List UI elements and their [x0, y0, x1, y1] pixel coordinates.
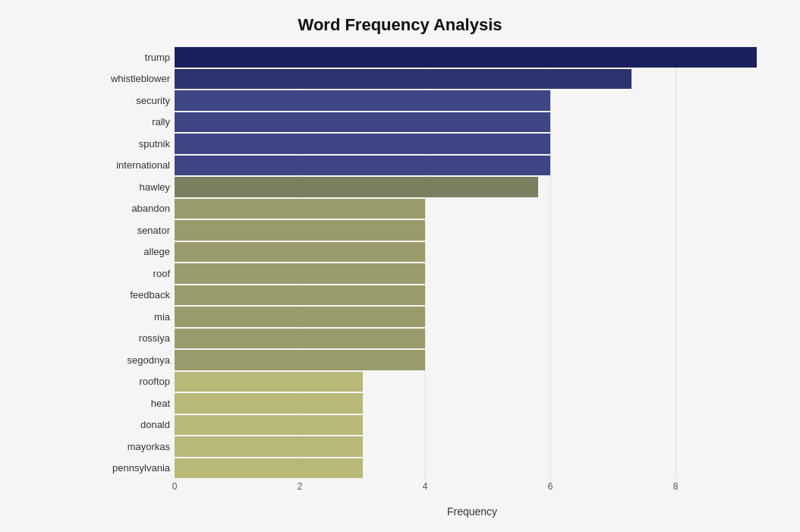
bar-row: sputnik [175, 134, 770, 154]
bar-row: mayorkas [175, 436, 770, 457]
bar-label: mayorkas [90, 441, 170, 452]
bar-fill [175, 134, 550, 154]
bar-row: rally [175, 112, 770, 133]
x-axis-container: 02468 [175, 481, 770, 504]
bar-row: feedback [175, 285, 770, 306]
bar-row: senator [175, 220, 770, 241]
bar-label: sputnik [90, 138, 170, 150]
bar-fill [175, 285, 425, 306]
bar-label: senator [90, 225, 170, 236]
bars-container: trumpwhistleblowersecurityrallysputnikin… [175, 47, 770, 478]
bar-row: whistleblower [175, 69, 770, 90]
bar-label: security [90, 95, 170, 106]
bar-row: trump [175, 47, 770, 68]
bar-row: rossiya [175, 329, 770, 349]
bar-row: allege [175, 242, 770, 263]
bar-row: segodnya [175, 350, 770, 370]
bar-row: donald [175, 415, 770, 436]
bar-label: segodnya [90, 354, 170, 366]
bar-fill [175, 199, 425, 219]
x-tick-label: 6 [548, 481, 553, 492]
x-tick-label: 4 [423, 481, 428, 492]
bar-label: mia [90, 311, 170, 323]
bar-label: rooftop [90, 376, 170, 387]
chart-container: Word Frequency Analysis trumpwhistleblow… [0, 0, 800, 532]
x-tick-label: 2 [298, 481, 303, 492]
bar-fill [175, 436, 363, 457]
bar-label: pennsylvania [90, 462, 170, 474]
x-axis-label: Frequency [175, 505, 770, 518]
bar-row: international [175, 156, 770, 176]
bar-label: roof [90, 268, 170, 279]
bar-fill [175, 307, 425, 327]
bar-row: mia [175, 307, 770, 327]
bar-fill [175, 458, 363, 479]
bar-label: whistleblower [90, 73, 170, 84]
bar-fill [175, 69, 631, 90]
bar-label: feedback [90, 289, 170, 301]
bar-fill [175, 242, 425, 263]
x-tick-label: 0 [172, 481, 178, 492]
bar-row: heat [175, 393, 770, 414]
bar-fill [175, 156, 550, 176]
bar-row: rooftop [175, 372, 770, 392]
bar-fill [175, 220, 425, 241]
bar-label: donald [90, 419, 170, 430]
chart-title: Word Frequency Analysis [30, 15, 770, 35]
bar-fill [175, 177, 538, 197]
bar-fill [175, 112, 550, 133]
bar-row: roof [175, 263, 770, 284]
bar-fill [175, 350, 425, 370]
bar-label: heat [90, 398, 170, 409]
bar-label: rally [90, 116, 170, 127]
bar-label: trump [90, 52, 170, 63]
bar-row: hawley [175, 177, 770, 197]
bar-fill [175, 263, 425, 284]
bar-fill [175, 47, 757, 68]
bar-fill [175, 415, 363, 436]
bar-fill [175, 372, 363, 392]
bar-row: abandon [175, 199, 770, 219]
bar-label: international [90, 159, 170, 171]
bar-label: allege [90, 246, 170, 257]
bar-fill [175, 329, 425, 349]
bar-row: security [175, 90, 770, 111]
bar-label: rossiya [90, 332, 170, 344]
bar-fill [175, 90, 550, 111]
bar-fill [175, 393, 363, 414]
x-tick-label: 8 [673, 481, 679, 492]
bar-row: pennsylvania [175, 458, 770, 479]
bar-label: hawley [90, 181, 170, 193]
bars-area: trumpwhistleblowersecurityrallysputnikin… [175, 47, 770, 478]
bar-label: abandon [90, 203, 170, 214]
